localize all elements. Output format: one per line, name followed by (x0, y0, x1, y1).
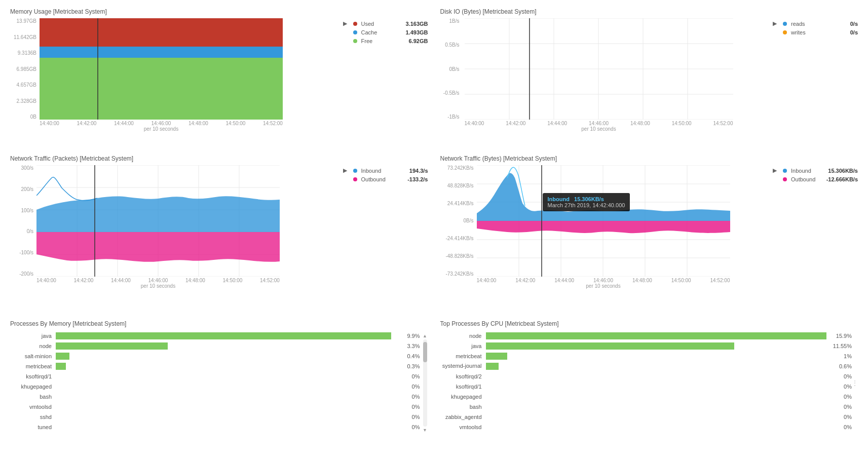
svg-rect-14 (40, 18, 283, 47)
scrollbar-thumb[interactable] (423, 342, 427, 362)
list-item: java 9.9% (10, 332, 420, 339)
free-dot (353, 39, 357, 43)
network-packets-title: Network Traffic (Packets) [Metricbeat Sy… (10, 155, 428, 162)
scroll-down-arrow[interactable]: ▼ (423, 428, 427, 433)
memory-y-axis: 13.97GB 11.642GB 9.3136B 6.985GB 4.657GB… (10, 18, 39, 120)
bytes-legend-inbound: ▶ Inbound 15.306KB/s (773, 167, 858, 174)
svg-rect-13 (40, 47, 283, 58)
list-item: salt-minion 0.4% (10, 353, 420, 360)
bytes-legend-outbound: ▶ Outbound -12.666KB/s (773, 176, 858, 182)
network-bytes-svg (477, 165, 730, 277)
network-bytes-panel: Network Traffic (Bytes) [Metricbeat Syst… (434, 151, 864, 308)
list-item: systemd-journal 0.6% (440, 363, 852, 370)
expand-handle[interactable]: ⋮ (852, 332, 858, 434)
writes-dot (783, 30, 787, 34)
processes-memory-list: java 9.9% node 3.3% salt-minion 0.4% (10, 332, 420, 434)
packets-legend-outbound: ▶ Outbound -133.2/s (343, 176, 428, 182)
memory-legend-used: ▶ Used 3.163GB (343, 20, 428, 27)
reads-dot (783, 22, 787, 26)
processes-memory-panel: Processes By Memory [Metricbeat System] … (4, 316, 434, 438)
network-packets-chart-container: 300/s 200/s 100/s 0/s -100/s -200/s (10, 165, 428, 304)
memory-legend-free: ▶ Free 6.92GB (343, 37, 428, 44)
disk-io-svg (465, 18, 733, 120)
processes-cpu-panel: Top Processes By CPU [Metricbeat System]… (434, 316, 864, 438)
processes-memory-content: java 9.9% node 3.3% salt-minion 0.4% (10, 332, 428, 434)
network-packets-svg (36, 165, 280, 277)
inbound-bytes-dot (783, 169, 787, 173)
packets-legend-inbound: ▶ Inbound 194.3/s (343, 167, 428, 174)
list-item: vmtoolsd 0% (440, 424, 852, 431)
processes-cpu-title: Top Processes By CPU [Metricbeat System] (440, 320, 858, 327)
svg-rect-12 (40, 58, 283, 120)
list-item: node 15.9% (440, 332, 852, 339)
list-item: ksoftirqd/2 0% (440, 373, 852, 380)
network-bytes-tooltip: Inbound 15.306KB/s March 27th 2019, 14:4… (543, 193, 630, 211)
memory-usage-panel: Memory Usage [Metricbeat System] 13.97GB… (4, 4, 434, 151)
list-item: vmtoolsd 0% (10, 403, 420, 410)
outbound-packets-dot (353, 177, 357, 181)
network-bytes-chart-area: 73.242KB/s 48.828KB/s 24.414KB/s 0B/s -2… (440, 165, 767, 304)
network-packets-chart-area: 300/s 200/s 100/s 0/s -100/s -200/s (10, 165, 337, 304)
list-item: khugepaged 0% (10, 383, 420, 390)
packets-legend: ▶ Inbound 194.3/s ▶ Outbound -133.2/s (337, 165, 428, 184)
processes-cpu-content: node 15.9% java 11.55% metricbeat 1% (440, 332, 858, 434)
disk-legend: ▶ reads 0/s ▶ writes 0/s (767, 18, 858, 37)
disk-io-chart-container: 1B/s 0.5B/s 0B/s -0.5B/s -1B/s (440, 18, 858, 147)
inbound-packets-dot (353, 169, 357, 173)
network-bytes-title: Network Traffic (Bytes) [Metricbeat Syst… (440, 155, 858, 162)
list-item: bash 0% (440, 403, 852, 410)
network-bytes-chart-container: 73.242KB/s 48.828KB/s 24.414KB/s 0B/s -2… (440, 165, 858, 304)
list-item: metricbeat 1% (440, 353, 852, 360)
memory-usage-title: Memory Usage [Metricbeat System] (10, 8, 428, 15)
list-item: sshd 0% (10, 413, 420, 420)
disk-io-chart-area: 1B/s 0.5B/s 0B/s -0.5B/s -1B/s (440, 18, 767, 147)
list-item: java 11.55% (440, 342, 852, 350)
memory-usage-chart-container: 13.97GB 11.642GB 9.3136B 6.985GB 4.657GB… (10, 18, 428, 147)
network-packets-panel: Network Traffic (Packets) [Metricbeat Sy… (4, 151, 434, 308)
memory-scrollbar[interactable]: ▲ ▼ (422, 332, 428, 434)
disk-io-title: Disk IO (Bytes) [Metricbeat System] (440, 8, 858, 15)
disk-legend-writes: ▶ writes 0/s (773, 29, 858, 35)
disk-y-axis: 1B/s 0.5B/s 0B/s -0.5B/s -1B/s (440, 18, 462, 120)
list-item: zabbix_agentd 0% (440, 413, 852, 420)
outbound-bytes-dot (783, 177, 787, 181)
memory-legend-cache: ▶ Cache 1.493GB (343, 29, 428, 35)
list-item: bash 0% (10, 393, 420, 400)
list-item: khugepaged 0% (440, 393, 852, 400)
memory-usage-chart-area: 13.97GB 11.642GB 9.3136B 6.985GB 4.657GB… (10, 18, 337, 147)
processes-memory-title: Processes By Memory [Metricbeat System] (10, 320, 428, 327)
cache-dot (353, 30, 357, 34)
bytes-legend: ▶ Inbound 15.306KB/s ▶ Outbound -12.666K… (767, 165, 858, 184)
list-item: ksoftirqd/1 0% (440, 383, 852, 390)
list-item: ksoftirqd/1 0% (10, 373, 420, 380)
list-item: node 3.3% (10, 342, 420, 350)
list-item: metricbeat 0.3% (10, 363, 420, 370)
bytes-y-axis: 73.242KB/s 48.828KB/s 24.414KB/s 0B/s -2… (440, 165, 476, 277)
scrollbar-track[interactable] (423, 339, 427, 427)
disk-io-panel: Disk IO (Bytes) [Metricbeat System] 1B/s… (434, 4, 864, 151)
used-dot (353, 22, 357, 26)
processes-cpu-list: node 15.9% java 11.55% metricbeat 1% (440, 332, 852, 434)
disk-legend-reads: ▶ reads 0/s (773, 20, 858, 27)
memory-legend: ▶ Used 3.163GB ▶ Cache 1.493GB ▶ Free 6.… (337, 18, 428, 46)
list-item: tuned 0% (10, 424, 420, 431)
memory-usage-svg (40, 18, 283, 120)
packets-y-axis: 300/s 200/s 100/s 0/s -100/s -200/s (10, 165, 35, 277)
scroll-up-arrow[interactable]: ▲ (423, 333, 427, 338)
